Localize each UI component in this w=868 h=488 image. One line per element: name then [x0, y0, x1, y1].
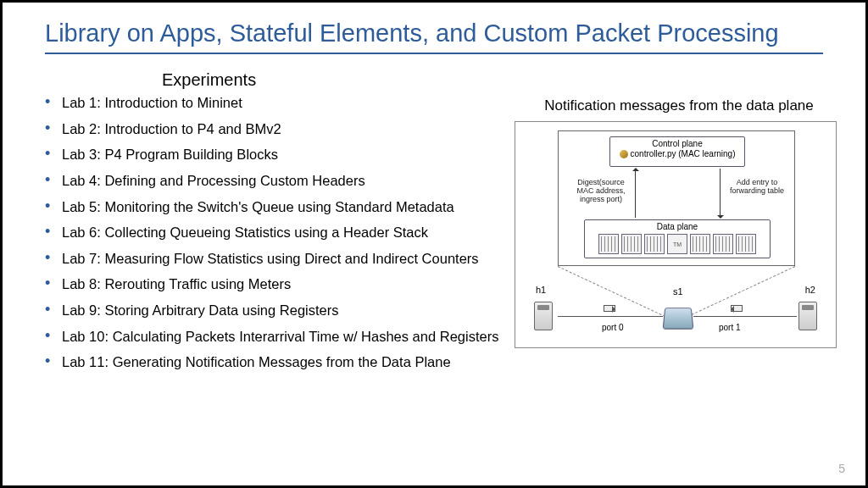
packet-left-icon [731, 305, 743, 312]
switch-s1-icon [664, 303, 693, 329]
list-item: Lab 10: Calculating Packets Interarrival… [50, 328, 508, 346]
link-line-icon [558, 316, 663, 317]
list-item: Lab 5: Monitoring the Switch's Queue usi… [50, 198, 508, 216]
lab-text: Lab 11: Generating Notification Messages… [62, 354, 451, 369]
traffic-manager-icon: TM [667, 234, 687, 254]
slide-title: Library on Apps, Stateful Elements, and … [45, 19, 823, 54]
page-number: 5 [838, 462, 845, 475]
stage-icon [736, 234, 756, 254]
list-item: Lab 8: Rerouting Traffic using Meters [50, 275, 508, 293]
h2-label: h2 [805, 285, 815, 295]
lab-text: Lab 8: Rerouting Traffic using Meters [62, 276, 291, 291]
architecture-figure: Control plane controller.py (MAC learnin… [515, 121, 837, 348]
lab-text: Lab 9: Storing Arbitrary Data using Regi… [62, 302, 339, 318]
lab-text: Lab 7: Measuring Flow Statistics using D… [62, 251, 479, 266]
stage-icon [598, 234, 619, 254]
link-line-icon [693, 316, 797, 317]
data-plane-box: Data plane TM [584, 219, 771, 258]
stage-icon [713, 234, 733, 254]
list-item: Lab 4: Defining and Processing Custom He… [50, 172, 508, 190]
control-plane-title: Control plane [610, 139, 744, 149]
control-plane-sub: controller.py (MAC learning) [631, 149, 736, 158]
digest-label: Digest(source MAC address, ingress port) [570, 179, 632, 204]
host-h2-icon [795, 298, 821, 330]
lab-list: Lab 1: Introduction to Mininet Lab 2: In… [50, 94, 508, 380]
slide: Library on Apps, Stateful Elements, and … [0, 0, 868, 488]
port0-label: port 0 [602, 323, 624, 332]
arrow-up-icon [635, 169, 636, 218]
plane-group: Control plane controller.py (MAC learnin… [558, 130, 795, 266]
list-item: Lab 7: Measuring Flow Statistics using D… [50, 250, 508, 268]
stage-icon [644, 234, 665, 254]
h1-label: h1 [536, 285, 546, 295]
list-item: Lab 6: Collecting Queueing Statistics us… [50, 224, 508, 241]
stage-icon [690, 234, 710, 254]
lab-text: Lab 5: Monitoring the Switch's Queue usi… [62, 199, 454, 214]
lab-text: Lab 2: Introduction to P4 and BMv2 [62, 121, 281, 136]
data-plane-title: Data plane [585, 222, 770, 231]
figure-caption: Notification messages from the data plan… [526, 97, 832, 114]
host-h1-icon [531, 298, 556, 330]
experiments-heading: Experiments [162, 70, 256, 90]
s1-label: s1 [673, 286, 683, 297]
lab-text: Lab 6: Collecting Queueing Statistics us… [62, 225, 428, 240]
lab-text: Lab 4: Defining and Processing Custom He… [62, 173, 365, 188]
pipeline-stages: TM [585, 234, 770, 254]
lab-text: Lab 3: P4 Program Building Blocks [62, 147, 278, 162]
packet-right-icon [604, 305, 615, 312]
lab-text: Lab 1: Introduction to Mininet [62, 95, 242, 110]
port1-label: port 1 [719, 323, 741, 332]
list-item: Lab 3: P4 Program Building Blocks [50, 146, 508, 164]
lab-text: Lab 10: Calculating Packets Interarrival… [62, 329, 498, 344]
stage-icon [621, 234, 642, 254]
python-icon [620, 150, 628, 158]
list-item: Lab 1: Introduction to Mininet [50, 94, 508, 112]
arrow-down-icon [720, 169, 721, 218]
add-entry-label: Add entry to forwarding table [726, 179, 787, 196]
control-plane-box: Control plane controller.py (MAC learnin… [609, 136, 745, 167]
list-item: Lab 9: Storing Arbitrary Data using Regi… [50, 302, 508, 319]
list-item: Lab 2: Introduction to P4 and BMv2 [50, 120, 508, 138]
list-item: Lab 11: Generating Notification Messages… [50, 353, 508, 371]
